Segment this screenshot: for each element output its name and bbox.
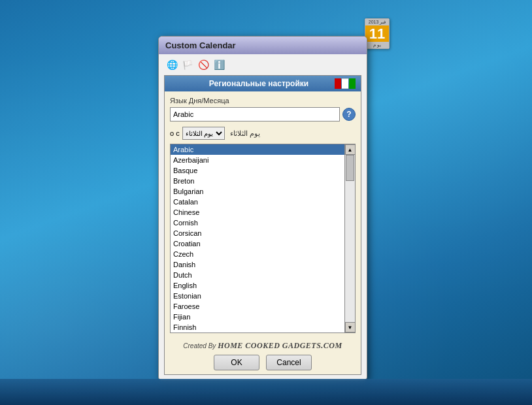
language-select-row: Arabic Azerbaijani Basque Breton Bulgari… <box>170 107 356 122</box>
ok-button[interactable]: OK <box>214 355 259 370</box>
list-item[interactable]: English <box>171 280 344 291</box>
flag-icon[interactable]: 🏳️ <box>181 58 194 71</box>
flag-icon-group <box>335 78 356 89</box>
date-format-select[interactable]: c يوم الثلاثاء <box>182 127 225 140</box>
list-item[interactable]: Arabic <box>171 144 344 155</box>
stop-icon[interactable]: 🚫 <box>197 58 210 71</box>
dialog-window: Custom Calendar 🌐 🏳️ 🚫 ℹ️ Региональные н… <box>158 36 367 381</box>
calendar-day: 11 <box>365 25 389 42</box>
list-item[interactable]: Estonian <box>171 291 344 301</box>
list-item[interactable]: Cornish <box>171 218 344 228</box>
list-item[interactable]: Dutch <box>171 270 344 280</box>
brand-text: Created By Home Cooked Gadgets.com <box>170 341 356 351</box>
list-item[interactable]: Danish <box>171 259 344 270</box>
scroll-down-btn[interactable]: ▼ <box>345 322 356 332</box>
listbox-scrollbar[interactable]: ▲ ▼ <box>344 144 355 332</box>
dialog-toolbar: 🌐 🏳️ 🚫 ℹ️ <box>159 54 367 75</box>
footer-area: Created By Home Cooked Gadgets.com OK Ca… <box>165 338 361 374</box>
dialog-title: Custom Calendar <box>165 40 236 50</box>
panel-title: Региональные настройки <box>183 79 335 88</box>
list-item[interactable]: Breton <box>171 176 344 186</box>
language-dropdown[interactable]: Arabic Azerbaijani Basque Breton Bulgari… <box>170 107 340 122</box>
arabic-day-label: يوم الثلاثاء <box>230 129 260 138</box>
brand-prefix: Created By <box>183 342 216 349</box>
list-item[interactable]: Finnish <box>171 322 344 332</box>
list-item[interactable]: Fijian <box>171 312 344 322</box>
calendar-header: فبر 2013 <box>365 19 389 25</box>
list-item[interactable]: Bulgarian <box>171 186 344 197</box>
language-label: Язык Дня/Месяца <box>170 97 356 105</box>
list-item[interactable]: Corsican <box>171 228 344 238</box>
info-icon[interactable]: ℹ️ <box>212 58 225 71</box>
calendar-widget: فبر 2013 11 يو م <box>365 18 390 49</box>
help-button[interactable]: ? <box>342 108 356 121</box>
list-item[interactable]: Catalan <box>171 197 344 207</box>
panel-header: Региональные настройки <box>165 76 361 91</box>
list-item[interactable]: Faroese <box>171 301 344 312</box>
cancel-button[interactable]: Cancel <box>266 355 312 370</box>
list-item[interactable]: Azerbaijani <box>171 155 344 165</box>
taskbar <box>0 379 532 405</box>
brand-name: Home Cooked Gadgets.com <box>218 341 342 350</box>
list-item[interactable]: Chinese <box>171 207 344 218</box>
calendar-footer: يو م <box>365 42 389 48</box>
scroll-thumb[interactable] <box>346 155 354 181</box>
list-item[interactable]: Basque <box>171 165 344 176</box>
dialog-titlebar: Custom Calendar <box>159 37 367 54</box>
panel-body: Язык Дня/Месяца Arabic Azerbaijani Basqu… <box>165 91 361 338</box>
globe-icon[interactable]: 🌐 <box>165 58 178 71</box>
language-listbox-wrapper: ArabicAzerbaijaniBasqueBretonBulgarianCa… <box>170 144 356 333</box>
date-preview-row: о с c يوم الثلاثاء يوم الثلاثاء <box>170 127 356 140</box>
date-format-label: о с <box>170 129 180 137</box>
list-item[interactable]: Czech <box>171 249 344 259</box>
scroll-up-btn[interactable]: ▲ <box>345 144 356 155</box>
footer-buttons: OK Cancel <box>170 355 356 370</box>
scroll-track <box>345 155 355 322</box>
language-listbox[interactable]: ArabicAzerbaijaniBasqueBretonBulgarianCa… <box>171 144 344 332</box>
list-item[interactable]: Croatian <box>171 238 344 249</box>
inner-panel: Региональные настройки Язык Дня/Месяца A… <box>164 75 361 375</box>
